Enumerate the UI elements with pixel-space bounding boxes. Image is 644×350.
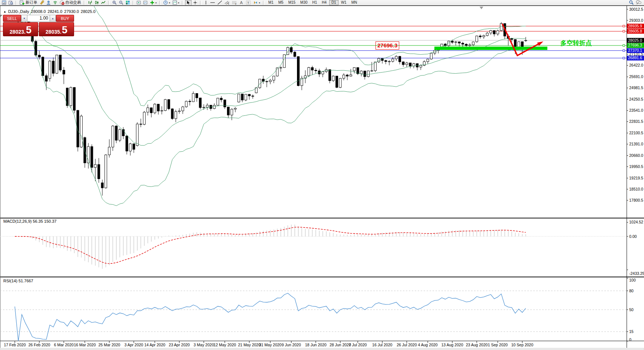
candle-down — [133, 144, 135, 149]
text-label-tool[interactable]: T — [245, 0, 251, 5]
candle-down — [73, 87, 76, 110]
horizontal-line-tool[interactable] — [209, 0, 216, 5]
price-tick-label: 22831.5 — [629, 119, 643, 124]
macd-title: MACD(12,26,9) — [3, 219, 31, 223]
buy-price-display[interactable]: 28035. 5 — [39, 22, 74, 36]
candle-down — [364, 71, 366, 77]
indicator-window-icon[interactable] — [143, 0, 149, 5]
zoom-in-icon[interactable] — [111, 0, 117, 5]
timeframe-w1[interactable]: W1 — [339, 0, 349, 5]
candle-up — [112, 126, 114, 147]
candle-down — [91, 147, 93, 168]
candle-up — [147, 108, 149, 112]
search-icon[interactable] — [629, 0, 634, 6]
signals-icon[interactable] — [52, 0, 58, 5]
add-indicator-button[interactable]: ▾ — [149, 0, 158, 5]
timeframe-d1[interactable]: D1 — [329, 0, 338, 5]
line-handle[interactable] — [623, 57, 625, 59]
tile-windows-icon[interactable] — [125, 0, 131, 5]
price-tick-label: 24981.5 — [629, 85, 643, 90]
price-tick-label: 18510.0 — [629, 187, 643, 191]
ohlc-open: 28008.0 — [31, 9, 46, 14]
timeframe-m15[interactable]: M15 — [286, 0, 297, 5]
candlestick-chart-icon[interactable] — [94, 0, 100, 5]
shapes-caret-icon: ▾ — [259, 0, 260, 5]
candle-up — [269, 80, 271, 82]
panel-collapse-icon[interactable] — [0, 15, 3, 17]
volume-decrease-button[interactable]: ▼ — [21, 15, 27, 22]
macd-pane-label: MACD(12,26,9) 56.35 150.37 — [3, 219, 57, 223]
candle-down — [409, 63, 411, 66]
timeframe-h1[interactable]: H1 — [310, 0, 319, 5]
strategy-tester-icon[interactable] — [136, 0, 142, 5]
candle-up — [80, 116, 83, 147]
cursor-tool[interactable] — [185, 0, 191, 6]
shapes-tool[interactable]: ▾ — [252, 0, 261, 5]
date-tick-label: 16 Mar 2020 — [74, 343, 96, 347]
candle-up — [322, 72, 324, 74]
timeframe-m30[interactable]: M30 — [298, 0, 310, 5]
horizontal-level-lines — [0, 26, 627, 58]
line-handle[interactable] — [623, 50, 625, 51]
line-handle[interactable] — [623, 30, 625, 32]
timeframe-m1[interactable]: M1 — [266, 0, 276, 5]
candle-down — [451, 41, 453, 42]
candle-down — [311, 67, 313, 70]
candle-down — [346, 75, 348, 76]
autotrading-button[interactable]: 自动交易 — [59, 0, 82, 5]
sell-price-display[interactable]: 28023. 5 — [3, 22, 38, 36]
crosshair-tool[interactable] — [192, 0, 198, 5]
vertical-line-tool[interactable] — [203, 0, 208, 5]
new-order-label: 新订单 — [26, 0, 37, 5]
volume-increase-button[interactable]: ▲ — [50, 15, 56, 22]
candle-down — [189, 101, 191, 102]
candle-down — [38, 55, 40, 57]
svg-text:A: A — [240, 0, 243, 5]
chat-icon[interactable] — [636, 0, 641, 6]
toolbar-separator — [133, 1, 134, 5]
period-caret-icon: ▾ — [169, 0, 170, 5]
fibonacci-tool[interactable]: F — [231, 0, 238, 5]
terminal-icon[interactable] — [46, 0, 51, 5]
toolbar-separator — [263, 1, 264, 5]
volume-input[interactable]: 1.00 — [27, 15, 50, 22]
line-handle[interactable] — [623, 44, 625, 46]
buy-button[interactable]: BUY — [56, 15, 74, 22]
candle-down — [227, 107, 229, 115]
candle-up — [164, 100, 166, 111]
candle-down — [101, 183, 103, 188]
timeframe-mn[interactable]: MN — [349, 0, 360, 5]
candlestick-series — [14, 18, 527, 196]
text-tool[interactable]: A — [238, 0, 244, 5]
channel-tool[interactable]: E — [224, 0, 230, 5]
chart-window-icon[interactable] — [1, 0, 7, 5]
date-tick-label: 23 Aug 2020 — [466, 343, 488, 347]
add-indicator-caret-icon: ▾ — [156, 0, 157, 5]
new-order-button[interactable]: 新订单 — [19, 0, 38, 5]
candle-up — [472, 42, 474, 45]
line-chart-icon[interactable] — [100, 0, 106, 5]
date-tick-label: 9 Jun 2020 — [282, 343, 301, 347]
timeframe-m5[interactable]: M5 — [276, 0, 286, 5]
rsi-tick-label: 0 — [629, 337, 631, 342]
candle-down — [399, 56, 401, 62]
price-tag-label: 28605.8 — [628, 29, 642, 33]
candle-down — [479, 36, 481, 37]
chart-profile-icon[interactable] — [8, 0, 14, 5]
sell-button[interactable]: SELL — [3, 15, 21, 22]
expand-triangle-icon[interactable]: ▲ — [3, 10, 6, 13]
styler-icon[interactable] — [39, 0, 45, 5]
date-tick-label: 16 Jul 2020 — [372, 343, 392, 347]
support-price-callout[interactable]: 27696.3 — [376, 41, 399, 50]
template-icon[interactable]: ▾ — [172, 0, 180, 5]
candle-up — [469, 45, 471, 46]
bar-chart-icon[interactable] — [87, 0, 93, 5]
timeframe-h4[interactable]: H4 — [320, 0, 329, 5]
chart-shift-marker-icon — [480, 7, 483, 9]
zoom-out-icon[interactable] — [118, 0, 124, 5]
line-handle[interactable] — [623, 25, 625, 27]
trendline-tool[interactable] — [217, 0, 223, 5]
period-clock-icon[interactable]: ▾ — [163, 0, 171, 5]
pivot-note-text[interactable]: 多空转折点 — [560, 39, 592, 47]
chart-canvas[interactable]: 30012.529303.028572.027862.527131.526422… — [0, 0, 644, 350]
